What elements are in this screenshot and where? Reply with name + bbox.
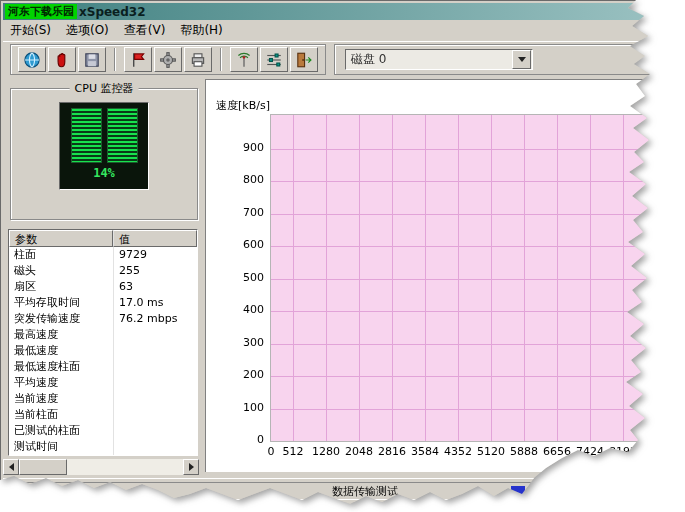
gridline-horizontal (271, 409, 671, 410)
screenshot-page: 河东下载乐园 xSpeed32 开始(S) 选项(O) 查看(V) 帮助(H) … (0, 0, 685, 512)
param-value (113, 439, 197, 455)
menu-options[interactable]: 选项(O) (59, 20, 117, 41)
signal-icon (235, 51, 253, 69)
param-row[interactable]: 磁头255 (9, 263, 197, 279)
param-value (113, 423, 197, 439)
param-row[interactable]: 当前柱面 (9, 407, 197, 423)
param-value (113, 391, 197, 407)
scroll-right-button[interactable] (183, 459, 199, 475)
param-row[interactable]: 当前速度 (9, 391, 197, 407)
x-tick-label: 8192 (609, 445, 637, 458)
x-tick-label: 6656 (543, 445, 571, 458)
chevron-down-icon (518, 57, 526, 62)
param-row[interactable]: 扇区63 (9, 279, 197, 295)
status-panel: 数据传输测试 (5, 482, 652, 500)
x-tick-label: 512 (283, 445, 304, 458)
param-value (113, 327, 197, 343)
y-tick-label: 100 (230, 401, 264, 414)
x-tick-label: 3584 (411, 445, 439, 458)
gridline-horizontal (271, 376, 671, 377)
gridline-vertical (326, 115, 327, 441)
save-button[interactable] (78, 47, 106, 72)
site-watermark-badge: 河东下载乐园 (5, 4, 77, 19)
scrollbar-track[interactable] (19, 459, 183, 475)
param-name: 最低速度柱面 (9, 359, 113, 375)
menu-help[interactable]: 帮助(H) (173, 20, 230, 41)
cpu-bars (68, 108, 140, 163)
x-tick-label: 8960 (642, 445, 670, 458)
y-tick-label: 0 (230, 433, 264, 446)
param-row[interactable]: 突发传输速度76.2 mbps (9, 311, 197, 327)
scroll-left-button[interactable] (3, 459, 19, 475)
chart-panel: 速度[kB/s] 0100200300400500600700800900051… (205, 79, 685, 472)
stop-hand-icon (53, 51, 71, 69)
gridline-vertical (656, 115, 657, 441)
save-icon (83, 51, 101, 69)
param-row[interactable]: 最低速度柱面 (9, 359, 197, 375)
y-tick-label: 200 (230, 368, 264, 381)
gear-icon (159, 51, 177, 69)
app-window: 河东下载乐园 xSpeed32 开始(S) 选项(O) 查看(V) 帮助(H) … (0, 0, 685, 512)
x-tick-label: 2048 (345, 445, 373, 458)
menu-bar: 开始(S) 选项(O) 查看(V) 帮助(H) (3, 21, 685, 40)
param-value (113, 343, 197, 359)
cpu-led-display: 14% (59, 102, 149, 190)
gridline-vertical (623, 115, 624, 441)
window-title: xSpeed32 (79, 5, 146, 19)
exit-door-button[interactable] (290, 47, 318, 72)
gridline-vertical (392, 115, 393, 441)
x-tick-label: 5888 (510, 445, 538, 458)
gridline-horizontal (271, 214, 671, 215)
title-bar[interactable]: 河东下载乐园 xSpeed32 (3, 3, 685, 20)
left-panel: CPU 监控器 14% 参数 值 柱面9729磁头255扇区63平均存 (3, 79, 203, 479)
table-header: 参数 值 (9, 230, 197, 247)
horizontal-scrollbar (3, 459, 199, 475)
param-row[interactable]: 已测试的柱面 (9, 423, 197, 439)
disk-select-dropdown-button[interactable] (512, 50, 531, 69)
menu-start[interactable]: 开始(S) (3, 20, 59, 41)
disk-select-value: 磁盘 0 (346, 51, 512, 68)
param-name: 突发传输速度 (9, 311, 113, 327)
disk-select[interactable]: 磁盘 0 (345, 49, 533, 70)
parameters-table: 参数 值 柱面9729磁头255扇区63平均存取时间17.0 ms突发传输速度7… (8, 229, 198, 456)
header-parameter[interactable]: 参数 (9, 230, 113, 247)
param-row[interactable]: 平均存取时间17.0 ms (9, 295, 197, 311)
globe-icon (23, 51, 41, 69)
scrollbar-thumb[interactable] (19, 459, 67, 475)
toolbar-separator (220, 48, 222, 71)
globe-button[interactable] (18, 47, 46, 72)
x-tick-label: 5120 (477, 445, 505, 458)
gridline-vertical (425, 115, 426, 441)
flag-button[interactable] (124, 47, 152, 72)
signal-button[interactable] (230, 47, 258, 72)
gridline-horizontal (271, 279, 671, 280)
triangle-right-icon (189, 463, 194, 471)
gridline-vertical (359, 115, 360, 441)
param-row[interactable]: 平均速度 (9, 375, 197, 391)
levels-button[interactable] (260, 47, 288, 72)
param-name: 柱面 (9, 247, 113, 263)
y-tick-label: 400 (230, 303, 264, 316)
param-row[interactable]: 最高速度 (9, 327, 197, 343)
menu-view[interactable]: 查看(V) (117, 20, 174, 41)
param-row[interactable]: 最低速度 (9, 343, 197, 359)
exit-door-icon (295, 51, 313, 69)
header-value[interactable]: 值 (113, 230, 197, 247)
param-row[interactable]: 测试时间 (9, 439, 197, 455)
param-value (113, 407, 197, 423)
gridline-vertical (557, 115, 558, 441)
status-bar: 数据传输测试 (3, 478, 685, 502)
toolbar-button-group (10, 44, 326, 75)
gear-button[interactable] (154, 47, 182, 72)
param-row[interactable]: 柱面9729 (9, 247, 197, 263)
stop-hand-button[interactable] (48, 47, 76, 72)
param-value: 63 (113, 279, 197, 295)
param-value: 17.0 ms (113, 295, 197, 311)
param-name: 已测试的柱面 (9, 423, 113, 439)
status-text: 数据传输测试 (332, 484, 398, 499)
x-tick-label: 7424 (576, 445, 604, 458)
cpu-monitor-title: CPU 监控器 (70, 81, 139, 96)
torn-paper-wrapper: 河东下载乐园 xSpeed32 开始(S) 选项(O) 查看(V) 帮助(H) … (0, 0, 685, 512)
gridline-vertical (590, 115, 591, 441)
printer-button[interactable] (184, 47, 212, 72)
